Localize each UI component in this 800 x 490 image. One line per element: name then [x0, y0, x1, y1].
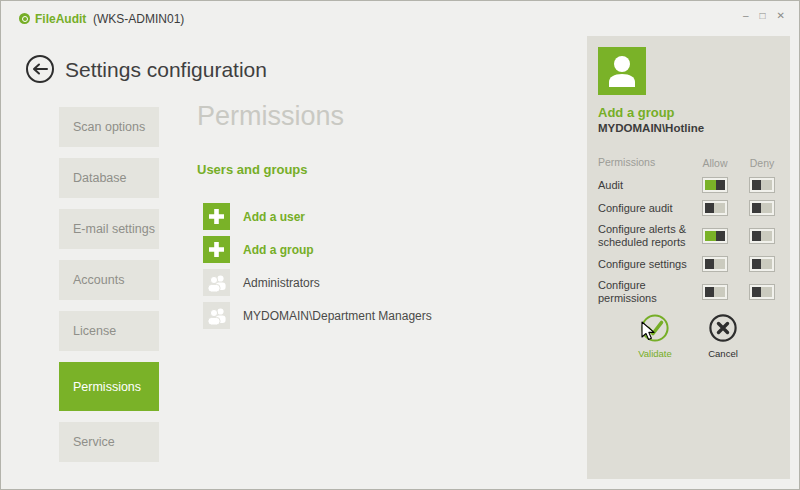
sidebar-item-license[interactable]: License — [59, 311, 159, 351]
host-title: (WKS-ADMIN01) — [93, 12, 184, 26]
toggle-configure-permissions-allow[interactable] — [702, 284, 728, 300]
sidebar-item-scan-options[interactable]: Scan options — [59, 107, 159, 147]
toggle-configure-audit-deny[interactable] — [749, 200, 775, 216]
title-bar: FileAudit (WKS-ADMIN01) – □ ✕ — [1, 1, 799, 35]
panel-action-title: Add a group — [598, 105, 779, 120]
validate-check-icon — [640, 313, 670, 343]
validate-button[interactable]: Validate — [625, 313, 685, 359]
group-people-icon — [203, 302, 230, 329]
toggle-configure-settings-deny[interactable] — [749, 256, 775, 272]
toggle-audit-allow[interactable] — [702, 177, 728, 193]
perm-row-audit: Audit — [598, 177, 779, 193]
perm-row-configure-alerts: Configure alerts & scheduled reports — [598, 223, 779, 249]
group-row-department-managers[interactable]: MYDOMAIN\Department Managers — [203, 302, 432, 329]
group-label: Administrators — [243, 276, 320, 290]
sidebar-item-email-settings[interactable]: E-mail settings — [59, 209, 159, 249]
toggle-configure-permissions-deny[interactable] — [749, 284, 775, 300]
permissions-table-header: Permissions Allow Deny — [598, 156, 779, 169]
section-heading-permissions: Permissions — [197, 101, 344, 132]
panel-buttons: Validate Cancel — [587, 313, 790, 373]
window-controls: – □ ✕ — [743, 9, 785, 23]
group-label: MYDOMAIN\Department Managers — [243, 309, 432, 323]
toggle-configure-alerts-deny[interactable] — [749, 228, 775, 244]
add-user-label: Add a user — [243, 210, 305, 224]
page-title: Settings configuration — [65, 58, 267, 82]
sidebar-item-permissions[interactable]: Permissions — [59, 362, 159, 411]
maximize-button[interactable]: □ — [760, 9, 766, 23]
toggle-configure-audit-allow[interactable] — [702, 200, 728, 216]
minimize-button[interactable]: – — [743, 9, 749, 23]
fileaudit-logo-icon — [19, 13, 30, 24]
col-permissions: Permissions — [598, 156, 700, 169]
app-title: FileAudit — [35, 12, 86, 26]
add-plus-icon — [203, 203, 230, 230]
fileaudit-window: FileAudit (WKS-ADMIN01) – □ ✕ Settings c… — [0, 0, 800, 490]
add-plus-icon — [203, 236, 230, 263]
group-row-administrators[interactable]: Administrators — [203, 269, 432, 296]
sidebar-item-database[interactable]: Database — [59, 158, 159, 198]
cancel-x-icon — [708, 313, 738, 343]
toggle-configure-settings-allow[interactable] — [702, 256, 728, 272]
perm-row-configure-permissions: Configure permissions — [598, 279, 779, 305]
cancel-button[interactable]: Cancel — [693, 313, 753, 359]
sidebar: Scan options Database E-mail settings Ac… — [59, 107, 159, 473]
group-people-icon — [203, 269, 230, 296]
perm-row-configure-audit: Configure audit — [598, 200, 779, 216]
perm-row-configure-settings: Configure settings — [598, 256, 779, 272]
add-group-button[interactable]: Add a group — [203, 236, 432, 263]
add-group-label: Add a group — [243, 243, 314, 257]
add-group-detail-panel: Add a group MYDOMAIN\Hotline Permissions… — [587, 36, 790, 479]
close-button[interactable]: ✕ — [777, 9, 785, 23]
col-allow: Allow — [702, 157, 728, 169]
users-groups-list: Add a user Add a group Administrators — [203, 203, 432, 335]
sidebar-item-accounts[interactable]: Accounts — [59, 260, 159, 300]
back-arrow-icon — [32, 63, 48, 75]
group-avatar-icon — [598, 47, 646, 95]
add-user-button[interactable]: Add a user — [203, 203, 432, 230]
permissions-table: Permissions Allow Deny Audit Configure a… — [598, 156, 779, 305]
users-and-groups-heading: Users and groups — [197, 162, 308, 177]
validate-label: Validate — [625, 348, 685, 359]
back-button[interactable] — [26, 55, 54, 83]
panel-target-name: MYDOMAIN\Hotline — [598, 122, 779, 134]
cancel-label: Cancel — [693, 348, 753, 359]
col-deny: Deny — [749, 157, 775, 169]
toggle-configure-alerts-allow[interactable] — [702, 228, 728, 244]
sidebar-item-service[interactable]: Service — [59, 422, 159, 462]
toggle-audit-deny[interactable] — [749, 177, 775, 193]
